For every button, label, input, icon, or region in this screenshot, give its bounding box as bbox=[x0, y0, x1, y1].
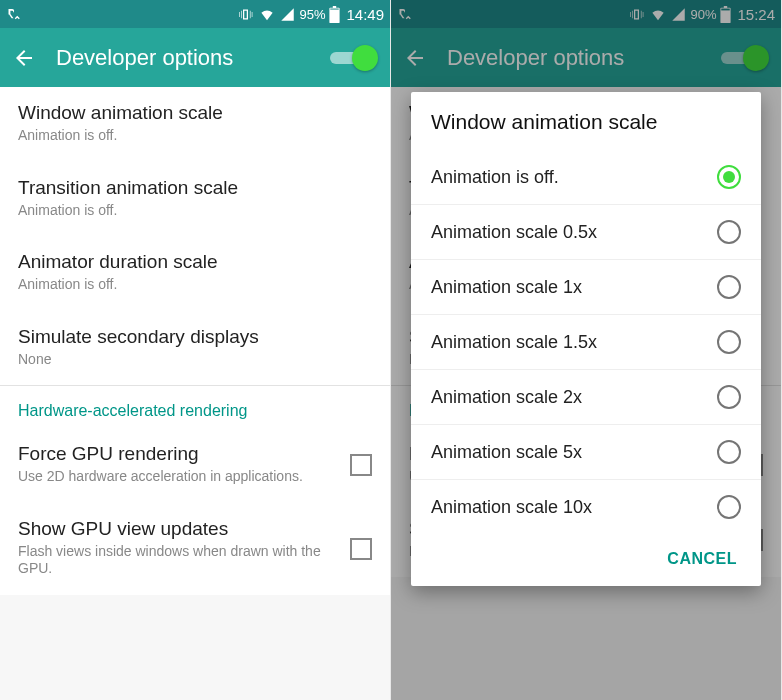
radio-selected-icon bbox=[717, 165, 741, 189]
radio-icon bbox=[717, 385, 741, 409]
item-force-gpu-rendering[interactable]: Force GPU rendering Use 2D hardware acce… bbox=[0, 428, 390, 503]
item-subtitle: None bbox=[18, 351, 362, 369]
item-subtitle: Animation is off. bbox=[18, 202, 362, 220]
svg-rect-0 bbox=[331, 8, 340, 9]
option-animation-10x[interactable]: Animation scale 10x bbox=[411, 479, 761, 534]
rx-icon bbox=[397, 7, 412, 22]
option-label: Animation scale 5x bbox=[431, 442, 582, 463]
battery-percent: 90% bbox=[690, 7, 716, 22]
checkbox[interactable] bbox=[350, 538, 372, 560]
option-animation-2x[interactable]: Animation scale 2x bbox=[411, 369, 761, 424]
option-label: Animation is off. bbox=[431, 167, 559, 188]
option-label: Animation scale 1x bbox=[431, 277, 582, 298]
option-animation-5x[interactable]: Animation scale 5x bbox=[411, 424, 761, 479]
item-subtitle: Animation is off. bbox=[18, 127, 362, 145]
status-bar: 90% 15:24 bbox=[391, 0, 781, 28]
item-animator-duration-scale[interactable]: Animator duration scale Animation is off… bbox=[0, 236, 390, 311]
option-label: Animation scale 2x bbox=[431, 387, 582, 408]
settings-list: Window animation scale Animation is off.… bbox=[0, 87, 390, 595]
back-icon[interactable] bbox=[403, 46, 427, 70]
screen-left: 95% 14:49 Developer options Window anima… bbox=[0, 0, 391, 700]
wifi-icon bbox=[258, 7, 276, 22]
radio-icon bbox=[717, 275, 741, 299]
option-animation-0-5x[interactable]: Animation scale 0.5x bbox=[411, 204, 761, 259]
item-title: Transition animation scale bbox=[18, 177, 362, 199]
back-icon[interactable] bbox=[12, 46, 36, 70]
checkbox[interactable] bbox=[350, 454, 372, 476]
section-header-hw-accel: Hardware-accelerated rendering bbox=[0, 386, 390, 428]
developer-options-toggle[interactable] bbox=[330, 44, 378, 72]
radio-icon bbox=[717, 440, 741, 464]
option-animation-1x[interactable]: Animation scale 1x bbox=[411, 259, 761, 314]
item-transition-animation-scale[interactable]: Transition animation scale Animation is … bbox=[0, 162, 390, 237]
signal-icon bbox=[280, 7, 295, 22]
item-subtitle: Animation is off. bbox=[18, 276, 362, 294]
battery-percent: 95% bbox=[299, 7, 325, 22]
dialog-options: Animation is off. Animation scale 0.5x A… bbox=[411, 150, 761, 534]
option-animation-off[interactable]: Animation is off. bbox=[411, 150, 761, 204]
radio-icon bbox=[717, 220, 741, 244]
dialog-title: Window animation scale bbox=[411, 92, 761, 150]
item-simulate-secondary-displays[interactable]: Simulate secondary displays None bbox=[0, 311, 390, 386]
developer-options-toggle[interactable] bbox=[721, 44, 769, 72]
page-title: Developer options bbox=[447, 45, 701, 71]
radio-icon bbox=[717, 330, 741, 354]
wifi-icon bbox=[649, 7, 667, 22]
svg-rect-1 bbox=[722, 8, 731, 10]
app-bar: Developer options bbox=[0, 28, 390, 87]
app-bar: Developer options bbox=[391, 28, 781, 87]
item-title: Window animation scale bbox=[18, 102, 362, 124]
vibrate-icon bbox=[628, 7, 645, 22]
page-title: Developer options bbox=[56, 45, 310, 71]
rx-icon bbox=[6, 7, 21, 22]
radio-icon bbox=[717, 495, 741, 519]
screen-right: 90% 15:24 Developer options WAn TrAn AAn… bbox=[391, 0, 782, 700]
item-title: Simulate secondary displays bbox=[18, 326, 362, 348]
item-subtitle: Use 2D hardware acceleration in applicat… bbox=[18, 468, 340, 486]
option-animation-1-5x[interactable]: Animation scale 1.5x bbox=[411, 314, 761, 369]
item-title: Force GPU rendering bbox=[18, 443, 340, 465]
dialog-window-animation-scale: Window animation scale Animation is off.… bbox=[411, 92, 761, 586]
item-title: Animator duration scale bbox=[18, 251, 362, 273]
cancel-button[interactable]: CANCEL bbox=[657, 544, 747, 574]
status-bar: 95% 14:49 bbox=[0, 0, 390, 28]
status-time: 15:24 bbox=[737, 6, 775, 23]
option-label: Animation scale 0.5x bbox=[431, 222, 597, 243]
item-show-gpu-view-updates[interactable]: Show GPU view updates Flash views inside… bbox=[0, 503, 390, 595]
signal-icon bbox=[671, 7, 686, 22]
battery-icon bbox=[720, 6, 731, 23]
status-time: 14:49 bbox=[346, 6, 384, 23]
option-label: Animation scale 10x bbox=[431, 497, 592, 518]
item-window-animation-scale[interactable]: Window animation scale Animation is off. bbox=[0, 87, 390, 162]
item-subtitle: Flash views inside windows when drawn wi… bbox=[18, 543, 340, 578]
battery-icon bbox=[329, 6, 340, 23]
item-title: Show GPU view updates bbox=[18, 518, 340, 540]
vibrate-icon bbox=[237, 7, 254, 22]
option-label: Animation scale 1.5x bbox=[431, 332, 597, 353]
